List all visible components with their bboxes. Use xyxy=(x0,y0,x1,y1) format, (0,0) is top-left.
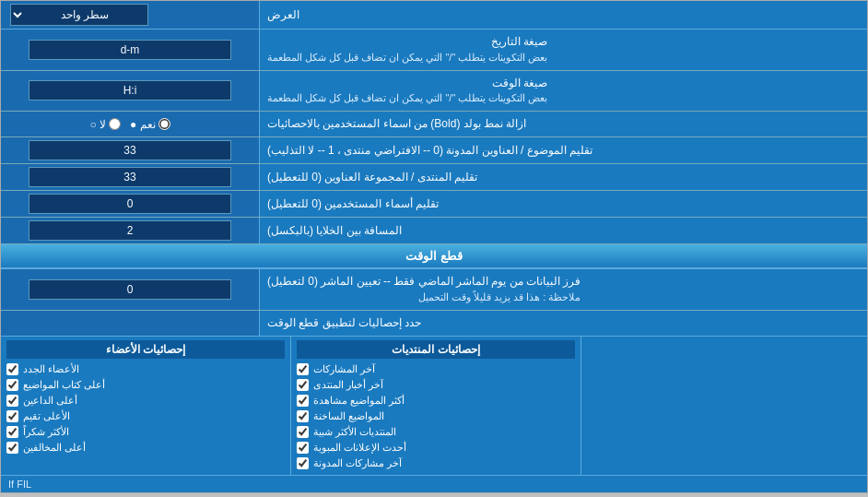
checkbox-top-rated[interactable] xyxy=(6,410,18,422)
forum-order-input-container xyxy=(1,164,259,190)
bold-remove-label: ازالة نمط بولد (Bold) من اسماء المستخدمي… xyxy=(259,112,867,136)
radio-no[interactable] xyxy=(109,118,121,130)
topics-order-input[interactable] xyxy=(29,140,231,160)
usernames-trim-input[interactable] xyxy=(29,194,231,214)
checkbox-item: المنتديات الأكثر شبية xyxy=(297,424,575,440)
topics-order-label: تقليم الموضوع / العناوين المدونة (0 -- ا… xyxy=(259,137,867,163)
cell-spacing-input-container xyxy=(1,218,259,243)
checkbox-last-posts[interactable] xyxy=(297,363,309,375)
checkbox-top-posters[interactable] xyxy=(6,379,18,391)
cell-spacing-input[interactable] xyxy=(29,220,231,241)
date-format-label: صيغة التاريخبعض التكوينات يتطلب "/" التي… xyxy=(259,30,867,70)
checkbox-item: أعلى الداعين xyxy=(6,393,285,408)
cell-spacing-label: المسافة بين الخلايا (بالبكسل) xyxy=(259,218,867,243)
checkbox-item: الأعلى تقيم xyxy=(6,408,285,424)
checkbox-top-inviters[interactable] xyxy=(6,395,18,407)
cutoff-data-input-container xyxy=(1,269,259,310)
checkbox-item: أعلى كتاب المواضيع xyxy=(6,377,285,393)
radio-yes-label[interactable]: نعم ● xyxy=(130,118,170,131)
col2-header: إحصائيات المنتديات xyxy=(297,340,575,359)
radio-yes[interactable] xyxy=(158,118,170,130)
display-label: العرض xyxy=(259,1,867,29)
checkbox-item: أعلى المخالفين xyxy=(6,440,285,456)
cutoff-limit-label: حدد إحصاليات لتطبيق قطع الوقت xyxy=(259,311,867,336)
dropdown-container[interactable]: سطر واحد xyxy=(1,1,259,29)
bottom-text: If FIL xyxy=(8,479,31,490)
time-format-input-container xyxy=(1,71,259,112)
col1-header: إحصائيات الأعضاء xyxy=(6,340,285,359)
time-format-label: صيغة الوقتبعض التكوينات يتطلب "/" التي ي… xyxy=(259,71,867,112)
date-format-input-container xyxy=(1,30,259,70)
checkbox-new-members[interactable] xyxy=(6,363,18,375)
checkbox-most-thanked[interactable] xyxy=(6,426,18,438)
time-format-input[interactable] xyxy=(29,80,231,101)
bold-remove-radio-container: نعم ● لا ○ xyxy=(1,112,259,136)
usernames-trim-input-container xyxy=(1,191,259,217)
checkbox-item: المواضيع الساخنة xyxy=(297,408,575,424)
forum-order-input[interactable] xyxy=(29,167,231,187)
usernames-trim-label: تقليم أسماء المستخدمين (0 للتعطيل) xyxy=(259,191,867,217)
checkbox-item: الأعضاء الجدد xyxy=(6,361,285,377)
checkbox-announcements[interactable] xyxy=(297,442,309,454)
checkbox-top-violators[interactable] xyxy=(6,442,18,454)
checkbox-item: الأكثر شكراً xyxy=(6,424,285,440)
topics-order-input-container xyxy=(1,137,259,163)
forum-order-label: تقليم المنتدى / المجموعة العناوين (0 للت… xyxy=(259,164,867,190)
rows-select[interactable]: سطر واحد xyxy=(10,4,148,26)
checkbox-item: آخر مشاركات المدونة xyxy=(297,456,575,471)
checkbox-hot-topics[interactable] xyxy=(297,410,309,422)
checkbox-item: أكثر المواضيع مشاهدة xyxy=(297,393,575,408)
radio-no-label[interactable]: لا ○ xyxy=(89,118,121,131)
checkbox-item: آخر المشاركات xyxy=(297,361,575,377)
checkbox-blog-posts[interactable] xyxy=(297,457,309,469)
checkbox-item: أحدث الإعلانات المبوية xyxy=(297,440,575,456)
cutoff-data-input[interactable] xyxy=(29,279,231,300)
checkbox-most-viewed[interactable] xyxy=(297,395,309,407)
cutoff-data-label: فرز البيانات من يوم الماشر الماضي فقط --… xyxy=(259,269,867,310)
cutoff-section-header: قطع الوقت xyxy=(1,244,867,269)
date-format-input[interactable] xyxy=(29,40,231,60)
checkbox-item: آخر أخبار المنتدى xyxy=(297,377,575,393)
checkbox-most-forums[interactable] xyxy=(297,426,309,438)
checkbox-forum-news[interactable] xyxy=(297,379,309,391)
